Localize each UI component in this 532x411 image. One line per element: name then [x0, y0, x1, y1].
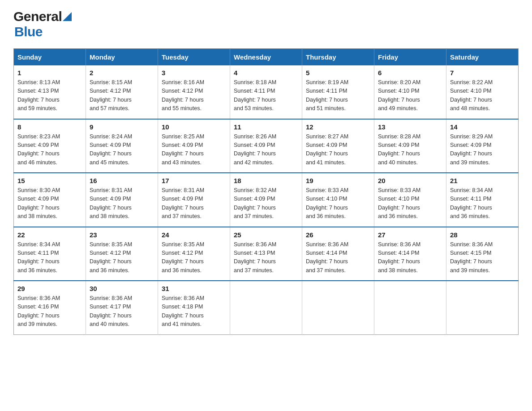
day-info: Sunrise: 8:36 AM Sunset: 4:18 PM Dayligh… — [162, 294, 226, 329]
calendar-cell: 23 Sunrise: 8:35 AM Sunset: 4:12 PM Dayl… — [86, 227, 158, 281]
day-number: 5 — [306, 69, 370, 77]
calendar-cell: 17 Sunrise: 8:31 AM Sunset: 4:09 PM Dayl… — [158, 173, 230, 227]
calendar-cell: 24 Sunrise: 8:35 AM Sunset: 4:12 PM Dayl… — [158, 227, 230, 281]
day-number: 17 — [162, 177, 226, 184]
day-number: 2 — [90, 69, 154, 77]
day-info: Sunrise: 8:24 AM Sunset: 4:09 PM Dayligh… — [90, 133, 154, 167]
day-number: 25 — [234, 231, 298, 239]
day-number: 10 — [162, 123, 226, 131]
day-info: Sunrise: 8:31 AM Sunset: 4:09 PM Dayligh… — [90, 186, 154, 221]
day-info: Sunrise: 8:36 AM Sunset: 4:14 PM Dayligh… — [378, 240, 442, 275]
day-number: 15 — [17, 177, 82, 184]
calendar-cell: 27 Sunrise: 8:36 AM Sunset: 4:14 PM Dayl… — [374, 227, 446, 281]
calendar-week-row: 15 Sunrise: 8:30 AM Sunset: 4:09 PM Dayl… — [14, 173, 519, 227]
calendar-cell: 31 Sunrise: 8:36 AM Sunset: 4:18 PM Dayl… — [158, 281, 230, 334]
day-info: Sunrise: 8:16 AM Sunset: 4:12 PM Dayligh… — [162, 78, 226, 113]
calendar-cell: 29 Sunrise: 8:36 AM Sunset: 4:16 PM Dayl… — [14, 281, 86, 334]
calendar-cell: 26 Sunrise: 8:36 AM Sunset: 4:14 PM Dayl… — [302, 227, 374, 281]
day-number: 7 — [450, 69, 515, 77]
day-number: 13 — [378, 123, 442, 131]
day-number: 29 — [17, 285, 82, 292]
day-info: Sunrise: 8:13 AM Sunset: 4:13 PM Dayligh… — [17, 78, 82, 113]
calendar-cell: 1 Sunrise: 8:13 AM Sunset: 4:13 PM Dayli… — [14, 65, 86, 119]
day-info: Sunrise: 8:33 AM Sunset: 4:10 PM Dayligh… — [378, 186, 442, 221]
calendar-cell: 16 Sunrise: 8:31 AM Sunset: 4:09 PM Dayl… — [86, 173, 158, 227]
day-number: 1 — [17, 69, 82, 77]
day-info: Sunrise: 8:36 AM Sunset: 4:14 PM Dayligh… — [306, 240, 370, 275]
calendar-cell: 7 Sunrise: 8:22 AM Sunset: 4:10 PM Dayli… — [446, 65, 519, 119]
day-number: 28 — [450, 231, 515, 239]
day-info: Sunrise: 8:25 AM Sunset: 4:09 PM Dayligh… — [162, 133, 226, 167]
day-number: 19 — [306, 177, 370, 184]
calendar-cell: 13 Sunrise: 8:28 AM Sunset: 4:09 PM Dayl… — [374, 119, 446, 173]
day-number: 3 — [162, 69, 226, 77]
day-number: 12 — [306, 123, 370, 131]
day-info: Sunrise: 8:27 AM Sunset: 4:09 PM Dayligh… — [306, 133, 370, 167]
day-info: Sunrise: 8:19 AM Sunset: 4:11 PM Dayligh… — [306, 78, 370, 113]
day-number: 22 — [17, 231, 82, 239]
day-info: Sunrise: 8:35 AM Sunset: 4:12 PM Dayligh… — [90, 240, 154, 275]
calendar-week-row: 22 Sunrise: 8:34 AM Sunset: 4:11 PM Dayl… — [14, 227, 519, 281]
day-info: Sunrise: 8:36 AM Sunset: 4:13 PM Dayligh… — [234, 240, 298, 275]
calendar-cell: 30 Sunrise: 8:36 AM Sunset: 4:17 PM Dayl… — [86, 281, 158, 334]
calendar-cell: 11 Sunrise: 8:26 AM Sunset: 4:09 PM Dayl… — [230, 119, 302, 173]
day-info: Sunrise: 8:28 AM Sunset: 4:09 PM Dayligh… — [378, 133, 442, 167]
day-info: Sunrise: 8:15 AM Sunset: 4:12 PM Dayligh… — [90, 78, 154, 113]
calendar-week-row: 8 Sunrise: 8:23 AM Sunset: 4:09 PM Dayli… — [14, 119, 519, 173]
day-info: Sunrise: 8:32 AM Sunset: 4:09 PM Dayligh… — [234, 186, 298, 221]
calendar-cell: 4 Sunrise: 8:18 AM Sunset: 4:11 PM Dayli… — [230, 65, 302, 119]
day-info: Sunrise: 8:30 AM Sunset: 4:09 PM Dayligh… — [17, 186, 82, 221]
day-info: Sunrise: 8:36 AM Sunset: 4:17 PM Dayligh… — [90, 294, 154, 329]
day-info: Sunrise: 8:33 AM Sunset: 4:10 PM Dayligh… — [306, 186, 370, 221]
calendar-cell: 19 Sunrise: 8:33 AM Sunset: 4:10 PM Dayl… — [302, 173, 374, 227]
day-number: 4 — [234, 69, 298, 77]
logo: General Blue — [13, 9, 72, 39]
calendar-header-thursday: Thursday — [302, 49, 374, 66]
day-number: 27 — [378, 231, 442, 239]
day-number: 8 — [17, 123, 82, 131]
day-number: 24 — [162, 231, 226, 239]
day-number: 21 — [450, 177, 515, 184]
calendar-cell: 22 Sunrise: 8:34 AM Sunset: 4:11 PM Dayl… — [14, 227, 86, 281]
calendar-week-row: 29 Sunrise: 8:36 AM Sunset: 4:16 PM Dayl… — [14, 281, 519, 334]
day-info: Sunrise: 8:34 AM Sunset: 4:11 PM Dayligh… — [450, 186, 515, 221]
day-number: 30 — [90, 285, 154, 292]
calendar-cell: 14 Sunrise: 8:29 AM Sunset: 4:09 PM Dayl… — [446, 119, 519, 173]
calendar-cell: 18 Sunrise: 8:32 AM Sunset: 4:09 PM Dayl… — [230, 173, 302, 227]
day-info: Sunrise: 8:29 AM Sunset: 4:09 PM Dayligh… — [450, 133, 515, 167]
calendar-cell: 28 Sunrise: 8:36 AM Sunset: 4:15 PM Dayl… — [446, 227, 519, 281]
day-number: 23 — [90, 231, 154, 239]
calendar-cell: 3 Sunrise: 8:16 AM Sunset: 4:12 PM Dayli… — [158, 65, 230, 119]
logo-blue-text: Blue — [13, 24, 43, 39]
logo-triangle-icon — [63, 12, 72, 21]
calendar-cell: 21 Sunrise: 8:34 AM Sunset: 4:11 PM Dayl… — [446, 173, 519, 227]
logo-general-text: General — [13, 9, 62, 24]
calendar-cell — [302, 281, 374, 334]
calendar-cell — [446, 281, 519, 334]
calendar-cell: 9 Sunrise: 8:24 AM Sunset: 4:09 PM Dayli… — [86, 119, 158, 173]
day-info: Sunrise: 8:26 AM Sunset: 4:09 PM Dayligh… — [234, 133, 298, 167]
calendar-header-monday: Monday — [86, 49, 158, 66]
calendar-header-sunday: Sunday — [14, 49, 86, 66]
day-info: Sunrise: 8:35 AM Sunset: 4:12 PM Dayligh… — [162, 240, 226, 275]
day-info: Sunrise: 8:23 AM Sunset: 4:09 PM Dayligh… — [17, 133, 82, 167]
day-info: Sunrise: 8:20 AM Sunset: 4:10 PM Dayligh… — [378, 78, 442, 113]
day-number: 18 — [234, 177, 298, 184]
day-info: Sunrise: 8:18 AM Sunset: 4:11 PM Dayligh… — [234, 78, 298, 113]
calendar-cell: 20 Sunrise: 8:33 AM Sunset: 4:10 PM Dayl… — [374, 173, 446, 227]
calendar-cell: 10 Sunrise: 8:25 AM Sunset: 4:09 PM Dayl… — [158, 119, 230, 173]
calendar-cell: 12 Sunrise: 8:27 AM Sunset: 4:09 PM Dayl… — [302, 119, 374, 173]
calendar-table: SundayMondayTuesdayWednesdayThursdayFrid… — [13, 48, 519, 335]
day-number: 31 — [162, 285, 226, 292]
page-header: General Blue — [13, 9, 519, 39]
day-info: Sunrise: 8:31 AM Sunset: 4:09 PM Dayligh… — [162, 186, 226, 221]
day-number: 16 — [90, 177, 154, 184]
calendar-header-friday: Friday — [374, 49, 446, 66]
calendar-header-tuesday: Tuesday — [158, 49, 230, 66]
calendar-cell: 2 Sunrise: 8:15 AM Sunset: 4:12 PM Dayli… — [86, 65, 158, 119]
day-number: 6 — [378, 69, 442, 77]
day-info: Sunrise: 8:34 AM Sunset: 4:11 PM Dayligh… — [17, 240, 82, 275]
day-number: 14 — [450, 123, 515, 131]
calendar-cell: 15 Sunrise: 8:30 AM Sunset: 4:09 PM Dayl… — [14, 173, 86, 227]
calendar-cell: 5 Sunrise: 8:19 AM Sunset: 4:11 PM Dayli… — [302, 65, 374, 119]
